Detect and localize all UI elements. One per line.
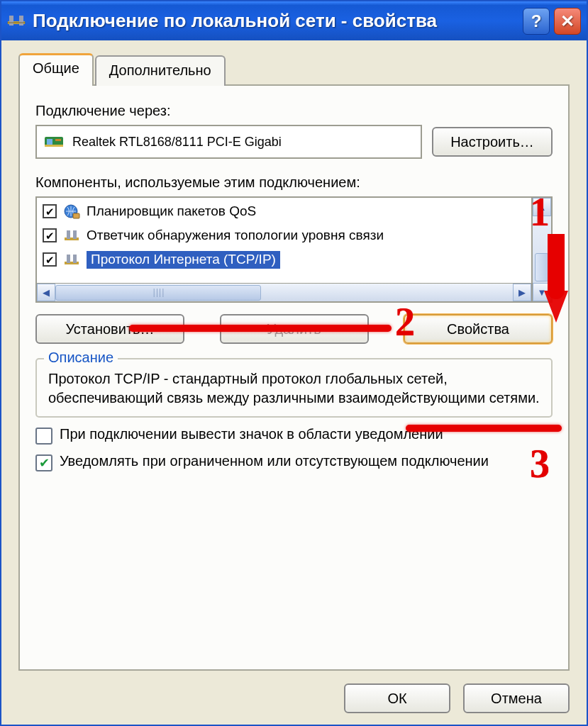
components-label: Компоненты, используемые этим подключени… xyxy=(35,174,553,191)
dialog-footer: ОК Отмена xyxy=(18,671,570,713)
connect-via-label: Подключение через: xyxy=(35,103,553,119)
close-button[interactable]: ✕ xyxy=(554,8,581,35)
components-listbox[interactable]: Планировщик пакетов QoS Ответчик обнаруж… xyxy=(35,196,533,303)
notify-limited-checkbox[interactable] xyxy=(35,454,52,471)
vertical-scrollbar[interactable]: ▲ ▼ xyxy=(533,196,553,303)
item-label: Протокол Интернета (TCP/IP) xyxy=(87,251,280,269)
list-item[interactable]: Ответчик обнаружения топологии уровня св… xyxy=(37,223,531,247)
item-checkbox[interactable] xyxy=(43,252,57,267)
titlebar[interactable]: Подключение по локальной сети - свойства… xyxy=(1,1,587,40)
tabstrip: Общие Дополнительно xyxy=(18,53,570,86)
svg-rect-13 xyxy=(73,230,77,239)
globe-icon xyxy=(62,203,81,219)
tab-general[interactable]: Общие xyxy=(18,53,94,86)
adapter-name: Realtek RTL8168/8111 PCI-E Gigabi xyxy=(72,135,282,150)
horizontal-scrollbar[interactable]: ◀ ││││ ▶ xyxy=(37,283,531,301)
svg-rect-15 xyxy=(67,255,70,263)
scroll-left-icon[interactable]: ◀ xyxy=(37,284,55,301)
item-label: Ответчик обнаружения топологии уровня св… xyxy=(87,228,384,243)
ok-button[interactable]: ОК xyxy=(344,683,450,713)
item-label: Планировщик пакетов QoS xyxy=(87,203,256,219)
adapter-box: Realtek RTL8168/8111 PCI-E Gigabi xyxy=(35,125,422,159)
notify-limited-label: Уведомлять при ограниченном или отсутств… xyxy=(60,453,489,469)
notify-icon-checkbox[interactable] xyxy=(35,428,52,445)
tab-pane-general: Подключение через: Realtek RTL8168/8111 … xyxy=(18,84,570,671)
svg-rect-16 xyxy=(73,255,77,263)
svg-rect-7 xyxy=(45,145,63,147)
scroll-up-icon[interactable]: ▲ xyxy=(533,198,551,216)
svg-rect-6 xyxy=(55,139,61,141)
window-title: Подключение по локальной сети - свойства xyxy=(33,10,516,32)
remove-button: Удалить xyxy=(220,314,369,344)
window-icon xyxy=(7,12,26,30)
description-legend: Описание xyxy=(44,350,118,366)
scroll-right-icon[interactable]: ▶ xyxy=(513,284,531,301)
client-area: Общие Дополнительно Подключение через: R… xyxy=(3,40,585,723)
network-icon xyxy=(62,228,81,243)
properties-button[interactable]: Свойства xyxy=(404,314,553,344)
svg-rect-1 xyxy=(9,16,13,26)
nic-icon xyxy=(44,134,65,150)
install-button[interactable]: Установить… xyxy=(35,314,184,344)
list-item-selected[interactable]: Протокол Интернета (TCP/IP) xyxy=(37,247,531,272)
description-text: Протокол TCP/IP - стандартный протокол г… xyxy=(48,369,540,408)
svg-rect-2 xyxy=(19,16,23,26)
network-icon xyxy=(62,252,81,267)
list-item[interactable]: Планировщик пакетов QoS xyxy=(37,199,531,223)
svg-rect-5 xyxy=(47,139,52,145)
svg-rect-12 xyxy=(67,230,70,239)
dialog-window: Подключение по локальной сети - свойства… xyxy=(0,0,588,726)
description-fieldset: Описание Протокол TCP/IP - стандартный п… xyxy=(35,358,553,418)
tab-advanced[interactable]: Дополнительно xyxy=(95,55,226,86)
cancel-button[interactable]: Отмена xyxy=(463,683,570,713)
item-checkbox[interactable] xyxy=(43,228,57,242)
help-button[interactable]: ? xyxy=(523,8,550,35)
svg-rect-10 xyxy=(73,213,79,218)
configure-button[interactable]: Настроить… xyxy=(432,127,553,157)
scroll-down-icon[interactable]: ▼ xyxy=(533,283,551,301)
item-checkbox[interactable] xyxy=(43,204,57,218)
notify-icon-label: При подключении вывести значок в области… xyxy=(60,426,443,442)
